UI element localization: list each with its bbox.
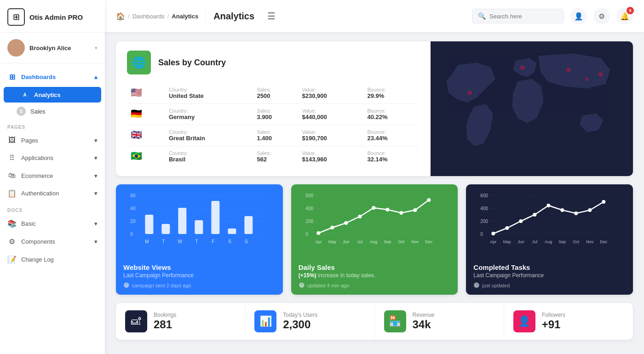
search-box[interactable]: 🔍 — [472, 9, 564, 23]
stat-text: Followers +91 — [542, 312, 565, 331]
sidebar-item-applications[interactable]: ⠿ Applications ▾ — [0, 149, 105, 167]
svg-text:T: T — [195, 239, 198, 244]
applications-chevron-icon: ▾ — [94, 154, 98, 161]
topbar: 🏠 / Dashboards / Analytics Analytics ☰ 🔍… — [105, 0, 644, 32]
svg-text:600: 600 — [305, 193, 313, 198]
svg-text:Jul: Jul — [357, 240, 362, 244]
sidebar-item-basic[interactable]: 📚 Basic ▾ — [0, 215, 105, 233]
svg-text:M: M — [145, 239, 149, 244]
breadcrumb-analytics: Analytics — [172, 13, 198, 20]
search-input[interactable] — [489, 13, 554, 20]
svg-text:Jun: Jun — [518, 240, 524, 244]
stat-text: Today's Users 2,300 — [283, 312, 317, 331]
website-views-chart: 60 40 20 0 — [121, 192, 277, 256]
dashboards-chevron-icon: ▴ — [94, 74, 98, 80]
hamburger-icon[interactable]: ☰ — [267, 11, 276, 22]
topbar-right: 🔍 👤 ⚙ 🔔 9 — [472, 8, 633, 24]
sidebar-item-analytics[interactable]: A Analytics — [4, 87, 101, 103]
sidebar-item-pages[interactable]: 🖼 Pages ▾ — [0, 131, 105, 149]
svg-point-69 — [575, 211, 578, 215]
sidebar-item-dashboards[interactable]: ⊞ Dashboards ▴ — [0, 68, 105, 86]
daily-sales-title: Daily Sales — [299, 263, 451, 271]
website-views-info: Website Views Last Campaign Performance … — [116, 258, 283, 295]
completed-tasks-info: Completed Tasks Last Campaign Performanc… — [466, 258, 633, 295]
svg-point-65 — [519, 219, 523, 223]
svg-point-1 — [11, 50, 22, 57]
svg-text:200: 200 — [305, 219, 313, 224]
daily-sales-card: 600 400 200 0 — [291, 184, 458, 295]
basic-chevron-icon: ▾ — [94, 220, 98, 227]
sidebar-logo: ⊞ Otis Admin PRO — [0, 0, 105, 33]
svg-point-5 — [598, 72, 603, 77]
clock-icon2: 🕐 — [299, 282, 305, 288]
svg-text:S: S — [245, 239, 248, 244]
chart-row: 60 40 20 0 — [116, 184, 633, 295]
pages-icon: 🖼 — [7, 136, 17, 144]
avatar — [7, 39, 25, 57]
sidebar-item-sales[interactable]: S Sales — [0, 103, 105, 119]
stat-value: 2,300 — [283, 318, 317, 331]
search-icon: 🔍 — [478, 12, 486, 20]
world-map-svg — [431, 47, 633, 171]
sidebar-item-components[interactable]: ⚙ Components ▾ — [0, 233, 105, 251]
svg-text:May: May — [328, 240, 337, 244]
settings-button[interactable]: ⚙ — [593, 8, 610, 24]
website-views-title: Website Views — [123, 263, 276, 271]
country-table: 🇺🇸 Country: United State Sales: 2500 Val… — [127, 83, 420, 167]
logo-text: Otis Admin PRO — [29, 13, 83, 21]
sidebar-user[interactable]: Brooklyn Alice ▾ — [0, 33, 105, 63]
stat-label: Followers — [542, 312, 565, 318]
user-profile-button[interactable]: 👤 — [570, 8, 587, 24]
sidebar-item-changelog[interactable]: 📝 Change Log — [0, 251, 105, 268]
svg-text:Nov: Nov — [411, 240, 419, 244]
svg-point-43 — [399, 211, 403, 215]
daily-sales-chart: 600 400 200 0 — [297, 192, 453, 256]
country-table-row: 🇬🇧 Country: Great Britain Sales: 1.400 V… — [127, 125, 420, 146]
sidebar-item-ecommerce[interactable]: 🛍 Ecommerce ▾ — [0, 167, 105, 184]
completed-tasks-chart: 600 400 200 0 — [472, 192, 627, 256]
svg-text:Apr: Apr — [315, 240, 322, 244]
svg-point-64 — [506, 226, 509, 230]
svg-text:Apr: Apr — [490, 240, 497, 244]
docs-section-label: DOCS — [0, 202, 105, 215]
svg-point-6 — [585, 77, 589, 81]
svg-point-45 — [427, 198, 431, 202]
basic-icon: 📚 — [7, 219, 17, 228]
svg-text:0: 0 — [305, 232, 308, 237]
breadcrumb-sep1: / — [128, 13, 130, 20]
stat-label: Today's Users — [283, 312, 317, 318]
svg-text:T: T — [162, 239, 165, 244]
svg-text:20: 20 — [130, 219, 136, 224]
pages-section-label: PAGES — [0, 119, 105, 131]
breadcrumb-dashboards[interactable]: Dashboards — [132, 13, 165, 20]
svg-point-71 — [602, 200, 606, 204]
svg-text:Sep: Sep — [384, 240, 391, 244]
completed-tasks-subtitle: Last Campaign Performance — [473, 272, 626, 279]
clock-icon: 🕐 — [123, 282, 130, 288]
daily-sales-info: Daily Sales (+15%) increase in today sal… — [291, 258, 458, 295]
stat-item: 🏪 Revenue 34k — [375, 303, 504, 340]
stat-value: 34k — [413, 318, 435, 331]
breadcrumb-home-icon[interactable]: 🏠 — [116, 12, 125, 21]
svg-point-2 — [467, 91, 472, 95]
stat-item: 🛋 Bookings 281 — [116, 303, 245, 340]
completed-tasks-title: Completed Tasks — [473, 263, 626, 271]
svg-rect-21 — [244, 216, 253, 234]
svg-text:May: May — [503, 240, 512, 244]
pages-nav-label: Pages — [21, 137, 90, 144]
user-name: Brooklyn Alice — [29, 45, 90, 51]
stat-label: Revenue — [413, 312, 435, 318]
svg-text:Aug: Aug — [370, 240, 377, 244]
main-content: 🏠 / Dashboards / Analytics Analytics ☰ 🔍… — [105, 0, 644, 354]
notifications-button[interactable]: 🔔 9 — [616, 8, 633, 24]
svg-point-41 — [372, 206, 375, 210]
svg-text:Oct: Oct — [398, 240, 405, 244]
analytics-letter: A — [20, 90, 29, 99]
components-icon: ⚙ — [7, 237, 17, 246]
breadcrumb: 🏠 / Dashboards / Analytics — [116, 12, 198, 21]
daily-sales-timestamp: 🕐 updated 4 min ago — [299, 282, 451, 288]
svg-text:0: 0 — [130, 232, 133, 237]
website-views-subtitle: Last Campaign Performance — [123, 272, 276, 279]
sales-globe-icon: 🌐 — [127, 51, 151, 74]
sidebar-item-authentication[interactable]: 📋 Authentication ▾ — [0, 184, 105, 202]
